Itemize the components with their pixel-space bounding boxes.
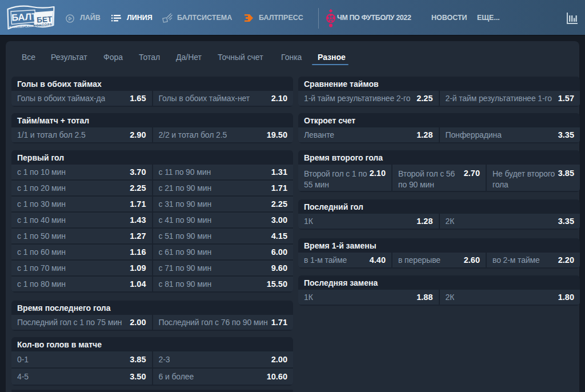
svg-text:БАЛТ: БАЛТ [11,11,38,22]
svg-text:БУКМЕКЕРСКАЯ: БУКМЕКЕРСКАЯ [9,25,33,29]
